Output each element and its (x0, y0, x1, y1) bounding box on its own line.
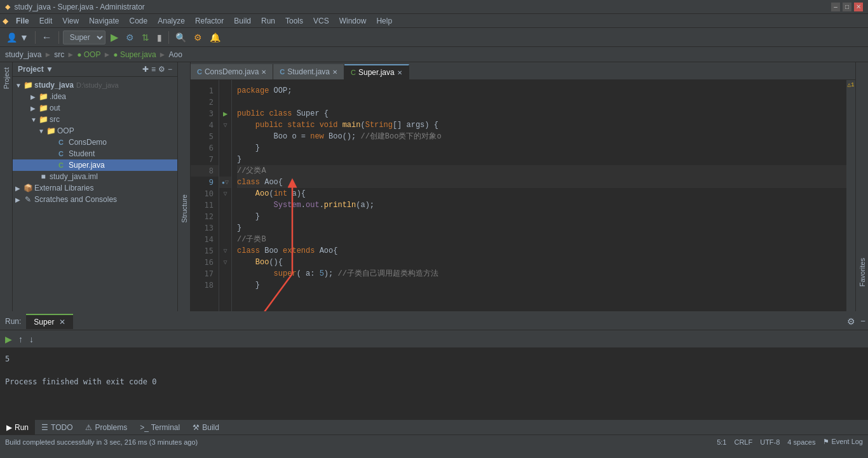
tab-student[interactable]: C Student.java ✕ (273, 64, 344, 79)
breadcrumb-class[interactable]: Aoo (169, 50, 182, 59)
tree-item-out[interactable]: ▶ 📁 out (13, 102, 177, 114)
tree-item-consdemo[interactable]: C ConsDemo (13, 137, 177, 148)
event-log-label: Event Log (831, 438, 863, 445)
tree-item-iml[interactable]: ■ study_java.iml (13, 171, 177, 182)
run-button[interactable]: ▶ (108, 30, 121, 44)
breadcrumb-src[interactable]: src (54, 50, 64, 59)
menu-view[interactable]: View (57, 15, 84, 27)
tab-consdemo[interactable]: C ConsDemo.java ✕ (191, 64, 273, 79)
build-button[interactable]: ⚙ (123, 31, 137, 44)
breadcrumb-oop[interactable]: ● OOP (77, 50, 100, 59)
nav-problems[interactable]: ⚠ Problems (79, 420, 133, 434)
menu-build[interactable]: Build (229, 15, 256, 27)
menu-window[interactable]: Window (334, 15, 372, 27)
structure-tab[interactable]: Structure (179, 189, 190, 228)
menu-vcs[interactable]: VCS (308, 15, 334, 27)
code-line-18: } (237, 280, 846, 291)
tree-item-student[interactable]: C Student (13, 148, 177, 159)
settings-btn[interactable]: ⚙ (191, 31, 205, 44)
bottom-settings-btn[interactable]: ⚙ (847, 316, 855, 327)
sidebar-close-btn[interactable]: − (168, 65, 172, 74)
status-event-log[interactable]: ⚑ Event Log (823, 438, 863, 446)
coverage-button[interactable]: ▮ (154, 31, 165, 44)
menu-code[interactable]: Code (125, 15, 153, 27)
breadcrumb-project[interactable]: study_java (5, 50, 41, 59)
nav-terminal[interactable]: >_ Terminal (133, 420, 186, 434)
menu-run[interactable]: Run (256, 15, 280, 27)
maximize-button[interactable]: □ (843, 3, 851, 11)
menu-help[interactable]: Help (371, 15, 397, 27)
tab-super[interactable]: C Super.java ✕ (344, 64, 409, 79)
status-position[interactable]: 5:1 (717, 438, 726, 446)
fold-16[interactable]: ▽ (223, 259, 227, 266)
fold-10[interactable]: ▽ (223, 190, 227, 198)
bottom-tabs: Run: Super ✕ ⚙ − (0, 313, 868, 330)
menu-analyze[interactable]: Analyze (153, 15, 190, 27)
run-gutter-icon-3[interactable]: ▶ (223, 109, 227, 119)
consdemo-tab-close[interactable]: ✕ (261, 69, 266, 76)
run-restart-btn[interactable]: ▶ (3, 333, 15, 346)
status-charset[interactable]: UTF-8 (760, 438, 780, 446)
run-super-tab-label: Super (34, 318, 54, 327)
code-editor[interactable]: 1 2 3 4 5 6 7 8 9 10 11 12 13 14 15 16 1… (191, 80, 855, 311)
notifications-btn[interactable]: 🔔 (207, 31, 223, 44)
minimize-button[interactable]: – (831, 3, 840, 11)
menu-tools[interactable]: Tools (280, 15, 308, 27)
nav-run[interactable]: ▶ Run (0, 420, 35, 434)
close-button[interactable]: ✕ (854, 3, 863, 11)
menu-file[interactable]: File (11, 15, 34, 27)
gutter-5 (219, 131, 231, 142)
fold-9[interactable]: ▽ (225, 178, 229, 186)
tree-item-root[interactable]: ▼ 📁 study_java D:\study_java (13, 79, 177, 91)
tree-arrow-extlibs: ▶ (15, 185, 23, 192)
code-line-17: super( a: 5); //子类自己调用超类构造方法 (237, 268, 846, 280)
favorites-tab[interactable]: Favorites (857, 253, 868, 292)
tree-path-root: D:\study_java (76, 81, 119, 89)
sidebar-add-btn[interactable]: ✚ (142, 65, 149, 74)
toolbar-back-btn[interactable]: ← (39, 30, 55, 44)
code-line-5: Boo o = new Boo(); //创建Boo类下的对象o (237, 131, 846, 142)
status-crlf[interactable]: CRLF (734, 438, 752, 446)
breadcrumb-file[interactable]: ● Super.java (113, 50, 156, 59)
code-line-9: class Aoo{ (237, 177, 846, 188)
super-tab-close[interactable]: ✕ (397, 69, 402, 76)
run-super-tab[interactable]: Super ✕ (26, 314, 72, 329)
nav-todo[interactable]: ☰ TODO (35, 420, 79, 434)
toolbar-user-btn[interactable]: 👤 ▼ (4, 31, 31, 44)
student-tab-close[interactable]: ✕ (332, 69, 337, 76)
bottom-minimize-btn[interactable]: − (860, 316, 865, 326)
tree-item-idea[interactable]: ▶ 📁 .idea (13, 91, 177, 102)
menu-navigate[interactable]: Navigate (84, 15, 124, 27)
status-indent[interactable]: 4 spaces (787, 438, 815, 446)
tree-item-oop[interactable]: ▼ 📁 OOP (13, 125, 177, 137)
app-logo: ◆ (3, 17, 8, 25)
run-label: Run: (0, 314, 26, 328)
sidebar-settings-btn[interactable]: ⚙ (158, 65, 165, 74)
line-num-17: 17 (191, 268, 219, 280)
code-line-15: class Boo extends Aoo{ (237, 245, 846, 257)
gutter-18 (219, 280, 231, 291)
project-tab[interactable]: Project (1, 62, 12, 94)
sidebar-collapse-btn[interactable]: ≡ (151, 65, 156, 74)
status-bar-left: Build completed successfully in 3 sec, 2… (5, 438, 712, 446)
fold-15[interactable]: ▽ (223, 247, 227, 255)
nav-build[interactable]: ⚒ Build (186, 420, 226, 434)
run-scroll-up[interactable]: ↑ (16, 333, 25, 346)
tree-arrow-oop: ▼ (38, 128, 46, 135)
run-scroll-down[interactable]: ↓ (27, 333, 36, 346)
src-folder-icon: 📁 (38, 115, 48, 124)
tree-item-src[interactable]: ▼ 📁 src (13, 114, 177, 125)
code-line-8: //父类A (237, 165, 846, 177)
tree-item-super[interactable]: C Super.java (13, 159, 177, 171)
menu-edit[interactable]: Edit (34, 15, 58, 27)
update-button[interactable]: ⇅ (139, 31, 152, 44)
tree-item-extlibs[interactable]: ▶ 📦 External Libraries (13, 182, 177, 194)
tree-item-scratches[interactable]: ▶ ✎ Scratches and Consoles (13, 194, 177, 205)
fold-4[interactable]: ▽ (223, 121, 227, 129)
search-everywhere-btn[interactable]: 🔍 (173, 31, 189, 44)
menu-refactor[interactable]: Refactor (190, 15, 229, 27)
code-content[interactable]: package OOP; public class Super { public… (232, 80, 846, 311)
breadcrumb-sep-1: ► (44, 50, 51, 59)
run-config-select[interactable]: Super (63, 30, 105, 44)
run-super-tab-close[interactable]: ✕ (59, 318, 65, 327)
